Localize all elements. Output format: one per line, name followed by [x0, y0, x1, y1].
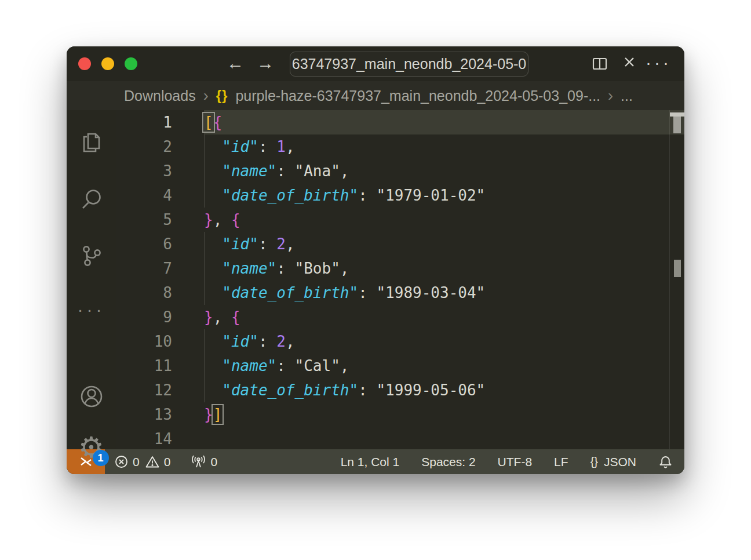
- code-token: "date_of_birth": [222, 284, 358, 301]
- warnings-indicator[interactable]: 0: [145, 454, 171, 469]
- breadcrumb: Downloads › {} purple-haze-63747937_main…: [67, 81, 684, 110]
- code-token: "name": [222, 162, 276, 180]
- split-editor-icon[interactable]: [590, 54, 609, 73]
- close-editor-icon[interactable]: [621, 53, 638, 71]
- code-token: "Cal": [295, 357, 340, 374]
- code-token: :: [276, 162, 294, 180]
- line-number: 3: [116, 159, 172, 183]
- code-token: "date_of_birth": [222, 381, 358, 399]
- explorer-icon[interactable]: [78, 129, 105, 156]
- code-token: :: [358, 187, 376, 204]
- code-token: :: [276, 357, 294, 374]
- code-token: "name": [222, 260, 276, 277]
- code-token: }: [204, 308, 213, 326]
- source-control-icon[interactable]: [78, 243, 105, 270]
- errors-count: 0: [133, 455, 140, 469]
- scrollbar-thumb[interactable]: [673, 117, 681, 133]
- line-number: 1: [116, 110, 172, 134]
- scrollbar-top-marker: [670, 112, 684, 117]
- code-lines: 1[{2 "id": 1,3 "name": "Ana",4 "date_of_…: [116, 110, 684, 449]
- code-line[interactable]: 11 "name": "Cal",: [116, 354, 684, 378]
- code-token: :: [258, 138, 276, 155]
- code-line[interactable]: 7 "name": "Bob",: [116, 256, 684, 281]
- search-icon[interactable]: [78, 186, 105, 213]
- forward-arrow-icon[interactable]: →: [254, 46, 277, 81]
- code-token: [204, 187, 222, 204]
- status-bar: 0 0: [67, 449, 684, 474]
- code-token: {: [231, 308, 240, 326]
- code-line[interactable]: 10 "id": 2,: [116, 329, 684, 354]
- command-center-title[interactable]: 63747937_main_neondb_2024-05-0: [290, 52, 528, 77]
- breadcrumb-file[interactable]: purple-haze-63747937_main_neondb_2024-05…: [235, 88, 600, 104]
- breadcrumb-symbol-more[interactable]: ...: [621, 88, 633, 104]
- code-line[interactable]: 6 "id": 2,: [116, 232, 684, 256]
- chevron-right-icon: ›: [608, 87, 613, 105]
- code-line[interactable]: 14: [116, 427, 684, 449]
- code-line[interactable]: 3 "name": "Ana",: [116, 159, 684, 183]
- code-token: [204, 284, 222, 301]
- code-token: [204, 162, 222, 180]
- code-token: :: [276, 260, 294, 277]
- code-line[interactable]: 12 "date_of_birth": "1999-05-06": [116, 378, 684, 402]
- code-token: "1979-01-02": [376, 187, 485, 204]
- code-content: }]: [204, 402, 222, 427]
- code-token: "1999-05-06": [376, 381, 485, 399]
- encoding-setting[interactable]: UTF-8: [498, 455, 533, 469]
- main-area: ··· ⚙ 1 1[{2 "id": 1,3 "name": "Ana",4 "…: [67, 110, 684, 449]
- code-token: "id": [222, 138, 258, 155]
- back-arrow-icon[interactable]: ←: [224, 46, 247, 81]
- code-token: [204, 138, 222, 155]
- code-line[interactable]: 13}]: [116, 402, 684, 427]
- code-token: ,: [286, 235, 295, 253]
- code-token: ,: [213, 308, 231, 326]
- line-number: 9: [116, 305, 172, 329]
- editor-scrollbar[interactable]: [669, 110, 684, 449]
- error-icon: [114, 454, 129, 469]
- more-actions-icon[interactable]: ···: [646, 54, 672, 71]
- code-content: "name": "Ana",: [204, 159, 349, 183]
- indentation-setting[interactable]: Spaces: 2: [421, 455, 475, 469]
- braces-icon: {}: [590, 455, 598, 468]
- code-token: "id": [222, 235, 258, 253]
- json-file-icon: {}: [216, 88, 228, 104]
- cursor-position[interactable]: Ln 1, Col 1: [341, 455, 400, 469]
- maximize-window-button[interactable]: [125, 57, 137, 70]
- code-token: [204, 357, 222, 374]
- code-token: "1989-03-04": [376, 284, 485, 301]
- eol-setting[interactable]: LF: [554, 455, 568, 469]
- line-number: 2: [116, 134, 172, 159]
- code-token: 1: [276, 138, 286, 155]
- notifications-bell[interactable]: [658, 454, 673, 470]
- line-number: 7: [116, 256, 172, 281]
- code-line[interactable]: 8 "date_of_birth": "1989-03-04": [116, 281, 684, 305]
- code-content: "name": "Cal",: [204, 354, 349, 378]
- code-line[interactable]: 4 "date_of_birth": "1979-01-02": [116, 183, 684, 208]
- code-token: :: [258, 333, 276, 350]
- code-token: }: [204, 211, 213, 228]
- close-window-button[interactable]: [78, 57, 91, 70]
- code-token: :: [358, 284, 376, 301]
- code-token: "name": [222, 357, 276, 374]
- account-icon[interactable]: [78, 383, 105, 410]
- code-line[interactable]: 9}, {: [116, 305, 684, 329]
- editor[interactable]: 1[{2 "id": 1,3 "name": "Ana",4 "date_of_…: [116, 110, 684, 449]
- code-content: "name": "Bob",: [204, 256, 349, 281]
- code-line[interactable]: 5}, {: [116, 208, 684, 232]
- additional-views-icon[interactable]: ···: [78, 300, 105, 319]
- code-content: "id": 2,: [204, 329, 295, 354]
- errors-indicator[interactable]: 0: [114, 454, 140, 469]
- line-number: 8: [116, 281, 172, 305]
- code-line[interactable]: 1[{: [116, 110, 684, 134]
- title-bar: ← → 63747937_main_neondb_2024-05-0 ···: [67, 46, 684, 81]
- code-token: ,: [340, 162, 349, 180]
- line-number: 5: [116, 208, 172, 232]
- minimize-window-button[interactable]: [101, 57, 114, 70]
- settings-badge: 1: [93, 450, 109, 466]
- breadcrumb-folder[interactable]: Downloads: [124, 88, 196, 104]
- code-token: "Bob": [295, 260, 340, 277]
- code-line[interactable]: 2 "id": 1,: [116, 134, 684, 159]
- ports-count: 0: [210, 455, 217, 469]
- ports-indicator[interactable]: 0: [191, 454, 217, 470]
- code-content: "id": 1,: [204, 134, 295, 159]
- language-mode[interactable]: {} JSON: [590, 455, 636, 469]
